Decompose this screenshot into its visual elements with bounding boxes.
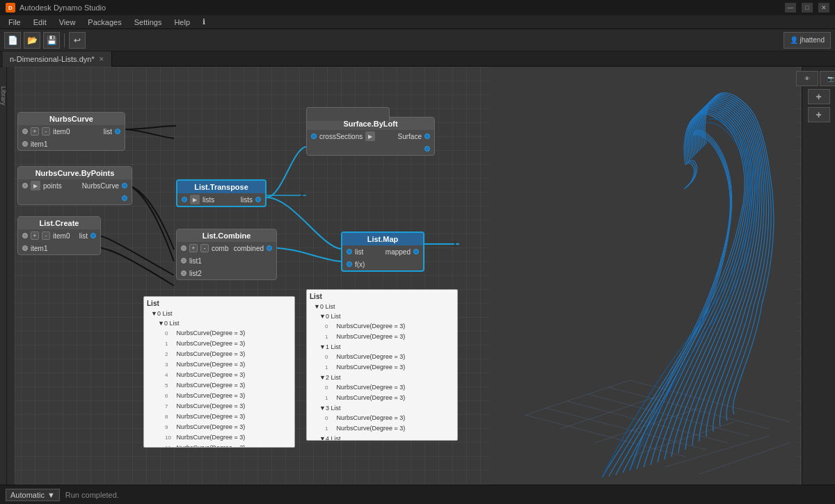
create-list-output[interactable]: [90, 233, 96, 238]
item0-minus[interactable]: -: [42, 127, 50, 136]
list-map-body: list mapped f(x): [342, 245, 423, 270]
surface-extra: [307, 143, 434, 155]
nurbscurve-output[interactable]: [122, 183, 127, 188]
svg-line-1: [546, 408, 706, 450]
create-item1-port[interactable]: [22, 245, 28, 251]
crosssections-arrow: ▶: [365, 131, 375, 141]
toolbar: 📄 📂 💾 ↩ 👤 jhattend: [0, 29, 835, 51]
crosssections-port[interactable]: [311, 133, 317, 139]
save-button[interactable]: 💾: [43, 32, 60, 49]
active-tab[interactable]: n-Dimensional-Lists.dyn* ✕: [3, 51, 112, 67]
app-title: Autodesk Dynamo Studio: [19, 3, 106, 12]
combine-combined-label: combined: [234, 245, 264, 252]
user-button[interactable]: 👤 jhattend: [784, 32, 831, 49]
list-label-top: list: [104, 128, 112, 136]
nurbs-node-top[interactable]: NurbsCurve + - item0 list: [17, 112, 125, 151]
transpose-out-label: lists: [241, 196, 253, 204]
menu-view[interactable]: View: [54, 17, 81, 28]
nurbscurve-output2[interactable]: [122, 195, 127, 201]
combine-list1-row: list1: [177, 254, 276, 267]
svg-line-0: [525, 415, 685, 457]
view-buttons[interactable]: 👁 📷: [796, 71, 836, 86]
surface-output2[interactable]: [424, 146, 430, 152]
create-plus[interactable]: +: [31, 231, 39, 240]
statusbar: Automatic ▼ Run completed.: [0, 485, 835, 504]
points-arrow: ▶: [31, 181, 40, 190]
list-combine-node[interactable]: List.Combine + - comb combined: [176, 229, 277, 280]
nurbscurve-out-label: NurbsCurve: [82, 182, 119, 190]
titlebar: D Autodesk Dynamo Studio — □ ✕: [0, 0, 835, 15]
create-item0-port[interactable]: [22, 233, 28, 238]
map-list-row: list mapped: [342, 245, 423, 258]
nurbs-bypoints-header: NurbsCurve.ByPoints: [18, 167, 132, 179]
canvas[interactable]: 2 1 NurbsCurve + - item0 list: [7, 67, 835, 485]
combine-plus[interactable]: +: [189, 244, 198, 252]
item0-port[interactable]: [22, 129, 28, 134]
transpose-lists-out[interactable]: [255, 197, 261, 202]
list-display-left: List ▼0 List ▼0 List 0 NurbsCurve(Degree…: [143, 296, 295, 448]
item0-label: item0: [53, 128, 70, 136]
minimize-button[interactable]: —: [785, 3, 796, 13]
list-transpose-body: ▶ lists lists: [177, 193, 265, 206]
run-mode-chevron: ▼: [47, 491, 55, 499]
surface-output[interactable]: [424, 133, 430, 139]
item1-port[interactable]: [22, 141, 28, 147]
create-minus[interactable]: -: [42, 231, 50, 240]
transpose-lists-label: lists: [202, 196, 214, 204]
transpose-arrow: ▶: [190, 195, 200, 204]
open-button[interactable]: 📂: [24, 32, 40, 49]
undo-button[interactable]: ↩: [69, 32, 86, 49]
zoom-in-button[interactable]: +: [808, 89, 830, 104]
points-port[interactable]: [22, 183, 28, 188]
map-list-port[interactable]: [347, 249, 352, 254]
map-output[interactable]: [413, 249, 419, 254]
callout-1: 1: [452, 238, 457, 249]
menu-packages[interactable]: Packages: [82, 17, 127, 28]
maximize-button[interactable]: □: [802, 3, 813, 13]
list-create-node[interactable]: List.Create + - item0 list: [17, 216, 101, 255]
title-controls[interactable]: — □ ✕: [785, 3, 829, 13]
points-label: points: [43, 182, 62, 190]
list-transpose-node[interactable]: List.Transpose ▶ lists lists: [176, 179, 267, 207]
close-button[interactable]: ✕: [818, 3, 829, 13]
tab-close[interactable]: ✕: [99, 56, 104, 63]
combine-list1-port[interactable]: [181, 258, 186, 263]
combine-list2-label: list2: [189, 270, 202, 277]
combine-minus[interactable]: -: [200, 244, 209, 252]
combine-output[interactable]: [267, 245, 272, 251]
item1-row: item1: [18, 138, 125, 150]
nurbs-top-body: + - item0 list item1: [18, 125, 125, 150]
crosssections-row: crossSections ▶ Surface: [307, 130, 434, 143]
list-right-content: ▼0 List ▼0 List 0 NurbsCurve(Degree = 3)…: [310, 302, 454, 441]
new-button[interactable]: 📄: [4, 32, 21, 49]
list-map-node[interactable]: List.Map list mapped f(x): [341, 231, 424, 272]
combine-comb-row: + - comb combined: [177, 242, 276, 254]
nurbs-surface-svg: [491, 81, 797, 485]
toolbar-separator: [64, 33, 65, 47]
nurbs-bypoints-node[interactable]: NurbsCurve.ByPoints ▶ points NurbsCurve: [17, 166, 132, 205]
menu-help[interactable]: Help: [168, 17, 196, 28]
surface-byloft-node[interactable]: Surface.ByLoft crossSections ▶ Surface: [306, 117, 435, 156]
combine-list1-label: list1: [189, 257, 202, 265]
item0-plus[interactable]: +: [31, 127, 39, 136]
item0-row: + - item0 list: [18, 125, 125, 138]
svg-line-4: [609, 387, 769, 429]
menu-settings[interactable]: Settings: [129, 17, 168, 28]
run-mode-selector[interactable]: Automatic ▼: [6, 489, 60, 501]
view-btn-2[interactable]: 📷: [820, 71, 836, 86]
transpose-lists-in[interactable]: [182, 197, 187, 202]
list-transpose-header: List.Transpose: [177, 181, 265, 193]
menu-file[interactable]: File: [3, 17, 26, 28]
view-btn-1[interactable]: 👁: [796, 71, 818, 86]
menu-edit[interactable]: Edit: [28, 17, 52, 28]
main-area: Library 2: [0, 67, 835, 485]
menu-info[interactable]: ℹ: [197, 16, 211, 28]
create-item0-row: + - item0 list: [18, 229, 100, 242]
combine-comb-port[interactable]: [181, 245, 186, 251]
zoom-out-button[interactable]: +: [808, 107, 830, 122]
create-item0-label: item0: [53, 232, 70, 240]
combine-list2-port[interactable]: [181, 270, 186, 276]
map-fx-port[interactable]: [347, 261, 352, 267]
list-create-body: + - item0 list item1: [18, 229, 100, 254]
list-output-top[interactable]: [115, 129, 120, 134]
